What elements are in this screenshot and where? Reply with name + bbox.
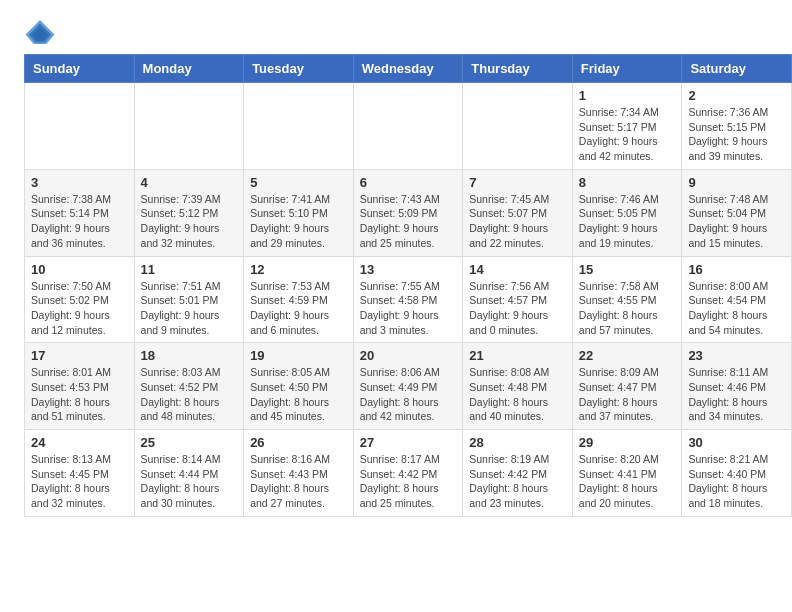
- day-info: Sunrise: 7:55 AM Sunset: 4:58 PM Dayligh…: [360, 279, 457, 338]
- day-number: 30: [688, 435, 785, 450]
- calendar-cell: 14Sunrise: 7:56 AM Sunset: 4:57 PM Dayli…: [463, 256, 573, 343]
- calendar-header: SundayMondayTuesdayWednesdayThursdayFrid…: [25, 55, 792, 83]
- day-number: 8: [579, 175, 676, 190]
- day-info: Sunrise: 8:21 AM Sunset: 4:40 PM Dayligh…: [688, 452, 785, 511]
- logo: [24, 18, 60, 46]
- calendar-body: 1Sunrise: 7:34 AM Sunset: 5:17 PM Daylig…: [25, 83, 792, 517]
- calendar-cell: [463, 83, 573, 170]
- day-number: 21: [469, 348, 566, 363]
- day-info: Sunrise: 8:14 AM Sunset: 4:44 PM Dayligh…: [141, 452, 238, 511]
- day-number: 2: [688, 88, 785, 103]
- calendar-cell: 26Sunrise: 8:16 AM Sunset: 4:43 PM Dayli…: [244, 430, 354, 517]
- day-info: Sunrise: 7:45 AM Sunset: 5:07 PM Dayligh…: [469, 192, 566, 251]
- calendar-cell: 4Sunrise: 7:39 AM Sunset: 5:12 PM Daylig…: [134, 169, 244, 256]
- weekday-header-row: SundayMondayTuesdayWednesdayThursdayFrid…: [25, 55, 792, 83]
- calendar-cell: 17Sunrise: 8:01 AM Sunset: 4:53 PM Dayli…: [25, 343, 135, 430]
- day-info: Sunrise: 8:20 AM Sunset: 4:41 PM Dayligh…: [579, 452, 676, 511]
- day-info: Sunrise: 8:05 AM Sunset: 4:50 PM Dayligh…: [250, 365, 347, 424]
- day-number: 18: [141, 348, 238, 363]
- calendar-week-4: 17Sunrise: 8:01 AM Sunset: 4:53 PM Dayli…: [25, 343, 792, 430]
- day-info: Sunrise: 7:43 AM Sunset: 5:09 PM Dayligh…: [360, 192, 457, 251]
- day-number: 6: [360, 175, 457, 190]
- calendar-cell: 19Sunrise: 8:05 AM Sunset: 4:50 PM Dayli…: [244, 343, 354, 430]
- day-info: Sunrise: 7:41 AM Sunset: 5:10 PM Dayligh…: [250, 192, 347, 251]
- calendar-cell: 22Sunrise: 8:09 AM Sunset: 4:47 PM Dayli…: [572, 343, 682, 430]
- day-number: 15: [579, 262, 676, 277]
- day-info: Sunrise: 8:19 AM Sunset: 4:42 PM Dayligh…: [469, 452, 566, 511]
- day-number: 4: [141, 175, 238, 190]
- calendar-cell: 8Sunrise: 7:46 AM Sunset: 5:05 PM Daylig…: [572, 169, 682, 256]
- calendar-cell: 27Sunrise: 8:17 AM Sunset: 4:42 PM Dayli…: [353, 430, 463, 517]
- day-number: 28: [469, 435, 566, 450]
- day-info: Sunrise: 7:50 AM Sunset: 5:02 PM Dayligh…: [31, 279, 128, 338]
- calendar-cell: 7Sunrise: 7:45 AM Sunset: 5:07 PM Daylig…: [463, 169, 573, 256]
- day-info: Sunrise: 7:56 AM Sunset: 4:57 PM Dayligh…: [469, 279, 566, 338]
- calendar-cell: 16Sunrise: 8:00 AM Sunset: 4:54 PM Dayli…: [682, 256, 792, 343]
- calendar-cell: 20Sunrise: 8:06 AM Sunset: 4:49 PM Dayli…: [353, 343, 463, 430]
- weekday-header-wednesday: Wednesday: [353, 55, 463, 83]
- calendar-cell: 15Sunrise: 7:58 AM Sunset: 4:55 PM Dayli…: [572, 256, 682, 343]
- day-number: 19: [250, 348, 347, 363]
- weekday-header-sunday: Sunday: [25, 55, 135, 83]
- day-info: Sunrise: 8:13 AM Sunset: 4:45 PM Dayligh…: [31, 452, 128, 511]
- calendar-cell: 30Sunrise: 8:21 AM Sunset: 4:40 PM Dayli…: [682, 430, 792, 517]
- calendar-week-2: 3Sunrise: 7:38 AM Sunset: 5:14 PM Daylig…: [25, 169, 792, 256]
- calendar-cell: [25, 83, 135, 170]
- day-info: Sunrise: 8:08 AM Sunset: 4:48 PM Dayligh…: [469, 365, 566, 424]
- day-number: 20: [360, 348, 457, 363]
- calendar-cell: 3Sunrise: 7:38 AM Sunset: 5:14 PM Daylig…: [25, 169, 135, 256]
- calendar-cell: 9Sunrise: 7:48 AM Sunset: 5:04 PM Daylig…: [682, 169, 792, 256]
- day-info: Sunrise: 7:46 AM Sunset: 5:05 PM Dayligh…: [579, 192, 676, 251]
- day-number: 11: [141, 262, 238, 277]
- logo-icon: [24, 18, 56, 46]
- day-number: 5: [250, 175, 347, 190]
- calendar-week-3: 10Sunrise: 7:50 AM Sunset: 5:02 PM Dayli…: [25, 256, 792, 343]
- calendar-cell: 13Sunrise: 7:55 AM Sunset: 4:58 PM Dayli…: [353, 256, 463, 343]
- day-info: Sunrise: 8:09 AM Sunset: 4:47 PM Dayligh…: [579, 365, 676, 424]
- calendar-cell: 5Sunrise: 7:41 AM Sunset: 5:10 PM Daylig…: [244, 169, 354, 256]
- day-info: Sunrise: 7:34 AM Sunset: 5:17 PM Dayligh…: [579, 105, 676, 164]
- day-info: Sunrise: 7:51 AM Sunset: 5:01 PM Dayligh…: [141, 279, 238, 338]
- calendar-table: SundayMondayTuesdayWednesdayThursdayFrid…: [24, 54, 792, 517]
- day-number: 7: [469, 175, 566, 190]
- calendar-cell: 21Sunrise: 8:08 AM Sunset: 4:48 PM Dayli…: [463, 343, 573, 430]
- calendar-cell: 6Sunrise: 7:43 AM Sunset: 5:09 PM Daylig…: [353, 169, 463, 256]
- day-info: Sunrise: 8:17 AM Sunset: 4:42 PM Dayligh…: [360, 452, 457, 511]
- day-info: Sunrise: 8:11 AM Sunset: 4:46 PM Dayligh…: [688, 365, 785, 424]
- calendar-cell: 23Sunrise: 8:11 AM Sunset: 4:46 PM Dayli…: [682, 343, 792, 430]
- day-number: 13: [360, 262, 457, 277]
- day-info: Sunrise: 7:36 AM Sunset: 5:15 PM Dayligh…: [688, 105, 785, 164]
- calendar-cell: 25Sunrise: 8:14 AM Sunset: 4:44 PM Dayli…: [134, 430, 244, 517]
- day-info: Sunrise: 8:16 AM Sunset: 4:43 PM Dayligh…: [250, 452, 347, 511]
- calendar-cell: 2Sunrise: 7:36 AM Sunset: 5:15 PM Daylig…: [682, 83, 792, 170]
- weekday-header-thursday: Thursday: [463, 55, 573, 83]
- day-info: Sunrise: 7:38 AM Sunset: 5:14 PM Dayligh…: [31, 192, 128, 251]
- day-info: Sunrise: 7:53 AM Sunset: 4:59 PM Dayligh…: [250, 279, 347, 338]
- day-info: Sunrise: 8:06 AM Sunset: 4:49 PM Dayligh…: [360, 365, 457, 424]
- weekday-header-saturday: Saturday: [682, 55, 792, 83]
- day-number: 29: [579, 435, 676, 450]
- calendar-week-1: 1Sunrise: 7:34 AM Sunset: 5:17 PM Daylig…: [25, 83, 792, 170]
- day-number: 10: [31, 262, 128, 277]
- calendar-cell: 12Sunrise: 7:53 AM Sunset: 4:59 PM Dayli…: [244, 256, 354, 343]
- calendar-week-5: 24Sunrise: 8:13 AM Sunset: 4:45 PM Dayli…: [25, 430, 792, 517]
- day-number: 26: [250, 435, 347, 450]
- day-number: 27: [360, 435, 457, 450]
- weekday-header-tuesday: Tuesday: [244, 55, 354, 83]
- calendar-cell: 11Sunrise: 7:51 AM Sunset: 5:01 PM Dayli…: [134, 256, 244, 343]
- weekday-header-monday: Monday: [134, 55, 244, 83]
- day-number: 3: [31, 175, 128, 190]
- day-number: 23: [688, 348, 785, 363]
- calendar-cell: 29Sunrise: 8:20 AM Sunset: 4:41 PM Dayli…: [572, 430, 682, 517]
- day-number: 24: [31, 435, 128, 450]
- day-number: 14: [469, 262, 566, 277]
- calendar-cell: 18Sunrise: 8:03 AM Sunset: 4:52 PM Dayli…: [134, 343, 244, 430]
- day-number: 16: [688, 262, 785, 277]
- day-info: Sunrise: 7:58 AM Sunset: 4:55 PM Dayligh…: [579, 279, 676, 338]
- day-number: 17: [31, 348, 128, 363]
- day-info: Sunrise: 8:01 AM Sunset: 4:53 PM Dayligh…: [31, 365, 128, 424]
- day-info: Sunrise: 8:03 AM Sunset: 4:52 PM Dayligh…: [141, 365, 238, 424]
- day-number: 25: [141, 435, 238, 450]
- weekday-header-friday: Friday: [572, 55, 682, 83]
- day-number: 22: [579, 348, 676, 363]
